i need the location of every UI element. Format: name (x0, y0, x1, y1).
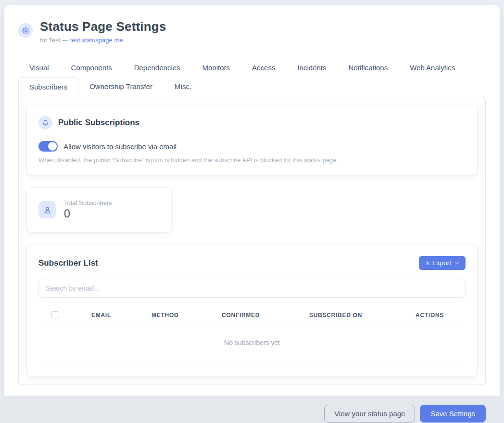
column-header-method: METHOD (151, 312, 222, 319)
subscribe-toggle-row: Allow visitors to subscribe via email (38, 141, 466, 152)
subscriber-table-header: EMAIL METHOD CONFIRMED SUBSCRIBED ON ACT… (38, 306, 466, 325)
public-subscriptions-header: Public Subscriptions (38, 116, 466, 129)
settings-window: Status Page Settings for Test — test.sta… (4, 5, 500, 423)
total-subscribers-label: Total Subscribers (64, 199, 112, 206)
tab-dependencies[interactable]: Dependencies (123, 58, 191, 77)
total-subscribers-card: Total Subscribers 0 (26, 187, 172, 232)
subscriber-list-header: Subscriber List Export (38, 256, 466, 270)
column-header-subscribed-on: SUBSCRIBED ON (309, 312, 416, 319)
select-all-cell (38, 311, 91, 319)
status-page-link[interactable]: test.statuspage.me (70, 37, 123, 44)
public-subscriptions-title: Public Subscriptions (58, 118, 139, 128)
tab-misc[interactable]: Misc. (164, 77, 202, 96)
view-status-page-button[interactable]: View your status page (324, 405, 415, 423)
tab-incidents[interactable]: Incidents (286, 58, 337, 77)
person-icon (38, 201, 56, 218)
tab-notifications[interactable]: Notifications (338, 58, 399, 77)
total-subscribers-value: 0 (64, 207, 112, 220)
tab-visual[interactable]: Visual (18, 58, 60, 77)
page-subtitle: for Test — test.statuspage.me (40, 37, 166, 44)
gear-icon (18, 23, 33, 38)
public-subscriptions-card: Public Subscriptions Allow visitors to s… (26, 104, 478, 176)
subscribe-toggle[interactable] (38, 141, 58, 152)
tab-ownership-transfer[interactable]: Ownership Transfer (78, 77, 164, 96)
column-header-email: EMAIL (91, 312, 151, 319)
bell-icon (38, 116, 52, 129)
header-text-block: Status Page Settings for Test — test.sta… (40, 19, 166, 44)
empty-state-message: No subscribers yet (224, 339, 280, 346)
export-button-label: Export (432, 259, 451, 267)
download-icon (425, 260, 431, 266)
subtitle-prefix: for Test — (40, 37, 70, 44)
column-header-confirmed: CONFIRMED (222, 312, 309, 319)
total-subscribers-text: Total Subscribers 0 (64, 199, 112, 220)
empty-state-row: No subscribers yet (38, 325, 466, 362)
tab-subscribers[interactable]: Subscribers (18, 77, 78, 96)
subscribe-helper-text: When disabled, the public “Subscribe” bu… (38, 156, 466, 164)
card-tail-spacer (38, 362, 466, 376)
subscribe-toggle-label: Allow visitors to subscribe via email (63, 142, 176, 151)
subscriber-list-card: Subscriber List Export (26, 244, 478, 377)
export-button[interactable]: Export (419, 256, 466, 270)
save-settings-button[interactable]: Save Settings (420, 405, 486, 423)
tab-row-secondary: Subscribers Ownership Transfer Misc. (18, 77, 486, 96)
main-content: Status Page Settings for Test — test.sta… (4, 5, 500, 396)
subscribers-panel: Public Subscriptions Allow visitors to s… (18, 96, 486, 385)
select-all-checkbox[interactable] (51, 311, 59, 319)
tab-monitors[interactable]: Monitors (191, 58, 241, 77)
subscriber-list-title: Subscriber List (38, 258, 98, 268)
column-header-actions: ACTIONS (416, 312, 466, 319)
tab-components[interactable]: Components (60, 58, 123, 77)
page-title: Status Page Settings (40, 19, 166, 34)
footer-bar: View your status page Save Settings (4, 396, 500, 423)
toggle-knob (48, 142, 57, 151)
tab-access[interactable]: Access (241, 58, 286, 77)
search-input[interactable] (38, 279, 466, 298)
tab-web-analytics[interactable]: Web Analytics (399, 58, 466, 77)
page-header: Status Page Settings for Test — test.sta… (18, 19, 486, 44)
tab-row-primary: Visual Components Dependencies Monitors … (18, 58, 486, 77)
chevron-down-icon (454, 260, 460, 266)
